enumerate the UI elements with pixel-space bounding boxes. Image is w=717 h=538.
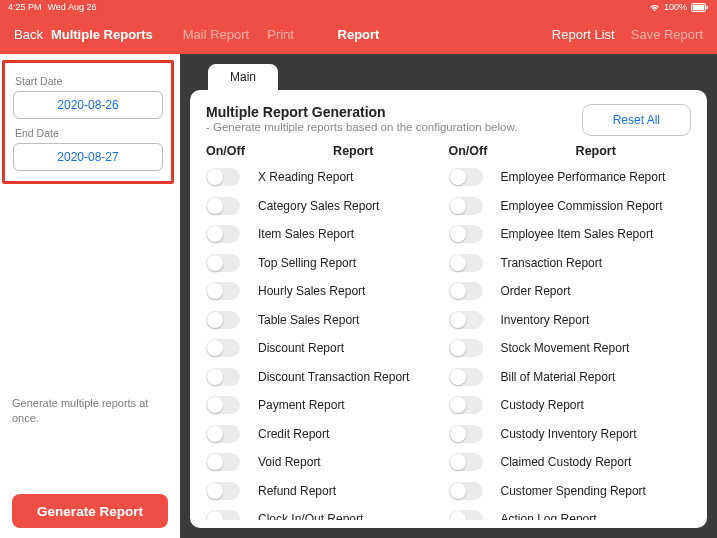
report-toggle[interactable]: [206, 339, 240, 357]
report-label: Table Sales Report: [258, 313, 359, 327]
panel-subtitle: - Generate multiple reports based on the…: [206, 121, 517, 133]
report-label: Order Report: [501, 284, 571, 298]
report-label: Transaction Report: [501, 256, 603, 270]
report-row: Custody Report: [449, 392, 692, 419]
report-toggle[interactable]: [206, 396, 240, 414]
report-toggle[interactable]: [206, 197, 240, 215]
report-column-left: On/Off Report X Reading ReportCategory S…: [206, 144, 449, 520]
report-row: Customer Spending Report: [449, 478, 692, 505]
report-row: Discount Transaction Report: [206, 364, 449, 391]
report-row: Employee Performance Report: [449, 164, 692, 191]
report-toggle[interactable]: [449, 197, 483, 215]
report-toggle[interactable]: [206, 168, 240, 186]
sidebar: Start Date 2020-08-26 End Date 2020-08-2…: [0, 54, 180, 538]
report-toggle[interactable]: [449, 339, 483, 357]
start-date-input[interactable]: 2020-08-26: [13, 91, 163, 119]
report-label: Credit Report: [258, 427, 329, 441]
battery-icon: [691, 3, 709, 12]
report-row: Top Selling Report: [206, 250, 449, 277]
report-toggle[interactable]: [206, 254, 240, 272]
tab-main[interactable]: Main: [208, 64, 278, 90]
report-row: Order Report: [449, 278, 692, 305]
reset-all-button[interactable]: Reset All: [582, 104, 691, 136]
report-row: Stock Movement Report: [449, 335, 692, 362]
report-toggle[interactable]: [449, 311, 483, 329]
report-row: Clock In/Out Report: [206, 506, 449, 520]
report-toggle[interactable]: [206, 510, 240, 520]
report-label: Stock Movement Report: [501, 341, 630, 355]
report-toggle[interactable]: [449, 282, 483, 300]
report-row: Action Log Report: [449, 506, 692, 520]
report-toggle[interactable]: [449, 510, 483, 520]
panel-main: Multiple Report Generation - Generate mu…: [190, 90, 707, 528]
report-row: Table Sales Report: [206, 307, 449, 334]
report-label: Hourly Sales Report: [258, 284, 365, 298]
panel-title: Multiple Report Generation: [206, 104, 517, 120]
print-button[interactable]: Print: [267, 27, 294, 42]
report-toggle[interactable]: [449, 482, 483, 500]
report-row: Inventory Report: [449, 307, 692, 334]
report-row: Refund Report: [206, 478, 449, 505]
report-row: Hourly Sales Report: [206, 278, 449, 305]
report-toggle[interactable]: [449, 168, 483, 186]
report-row: Category Sales Report: [206, 193, 449, 220]
generate-report-button[interactable]: Generate Report: [12, 494, 168, 528]
report-toggle[interactable]: [206, 482, 240, 500]
report-toggle[interactable]: [449, 425, 483, 443]
report-toggle[interactable]: [206, 282, 240, 300]
status-time: 4:25 PM: [8, 2, 42, 12]
col-header-onoff: On/Off: [449, 144, 501, 158]
report-label: X Reading Report: [258, 170, 353, 184]
mail-report-button[interactable]: Mail Report: [183, 27, 249, 42]
sidebar-helper-text: Generate multiple reports at once.: [0, 396, 180, 426]
report-label: Customer Spending Report: [501, 484, 646, 498]
report-label: Top Selling Report: [258, 256, 356, 270]
report-row: Custody Inventory Report: [449, 421, 692, 448]
svg-rect-1: [693, 4, 705, 10]
report-toggle[interactable]: [449, 368, 483, 386]
report-toggle[interactable]: [206, 425, 240, 443]
report-list-button[interactable]: Report List: [552, 27, 615, 42]
report-row: Item Sales Report: [206, 221, 449, 248]
report-label: Custody Inventory Report: [501, 427, 637, 441]
end-date-input[interactable]: 2020-08-27: [13, 143, 163, 171]
report-toggle[interactable]: [206, 453, 240, 471]
end-date-label: End Date: [15, 127, 163, 139]
report-row: Claimed Custody Report: [449, 449, 692, 476]
svg-rect-2: [706, 5, 708, 8]
status-battery-pct: 100%: [664, 2, 687, 12]
report-toggle[interactable]: [449, 453, 483, 471]
report-row: Employee Item Sales Report: [449, 221, 692, 248]
save-report-button[interactable]: Save Report: [631, 27, 703, 42]
report-row: Transaction Report: [449, 250, 692, 277]
report-row: X Reading Report: [206, 164, 449, 191]
report-row: Discount Report: [206, 335, 449, 362]
report-toggle[interactable]: [449, 396, 483, 414]
main-panel-area: Main Multiple Report Generation - Genera…: [180, 54, 717, 538]
report-toggle[interactable]: [449, 254, 483, 272]
col-header-onoff: On/Off: [206, 144, 258, 158]
report-toggle[interactable]: [206, 368, 240, 386]
report-label: Discount Report: [258, 341, 344, 355]
report-label: Custody Report: [501, 398, 584, 412]
page-title: Multiple Reports: [51, 27, 153, 42]
report-label: Bill of Material Report: [501, 370, 616, 384]
report-toggle[interactable]: [206, 311, 240, 329]
report-row: Credit Report: [206, 421, 449, 448]
report-row: Bill of Material Report: [449, 364, 692, 391]
status-bar: 4:25 PM Wed Aug 26 100%: [0, 0, 717, 14]
report-label: Employee Commission Report: [501, 199, 663, 213]
back-button[interactable]: Back: [14, 27, 43, 42]
report-label: Item Sales Report: [258, 227, 354, 241]
report-label: Employee Performance Report: [501, 170, 666, 184]
report-label: Discount Transaction Report: [258, 370, 409, 384]
report-row: Employee Commission Report: [449, 193, 692, 220]
col-header-report: Report: [258, 144, 449, 158]
report-label: Clock In/Out Report: [258, 512, 363, 520]
report-toggle[interactable]: [449, 225, 483, 243]
report-column-right: On/Off Report Employee Performance Repor…: [449, 144, 692, 520]
report-toggle[interactable]: [206, 225, 240, 243]
report-label: Action Log Report: [501, 512, 597, 520]
top-header: Back Multiple Reports Mail Report Print …: [0, 14, 717, 54]
report-label: Inventory Report: [501, 313, 590, 327]
